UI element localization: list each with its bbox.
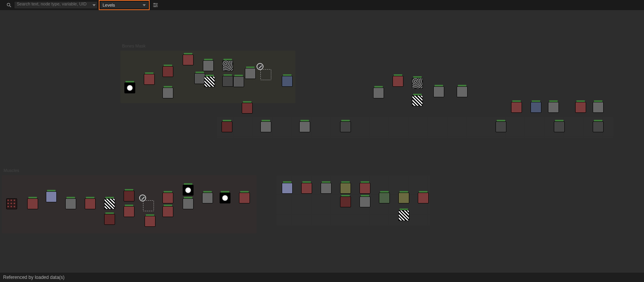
graph-node[interactable] [340,183,351,194]
svg-point-0 [7,3,10,6]
search-placeholder: Search text, node type, variable, UID [17,2,87,6]
graph-node[interactable] [496,121,506,132]
status-bar: Referenced by loaded data(s) [0,273,644,282]
graph-node[interactable] [162,88,173,98]
graph-node[interactable] [162,193,173,203]
graph-node[interactable] [299,121,310,132]
graph-node[interactable] [373,88,384,98]
graph-node[interactable] [511,102,522,113]
graph-node[interactable] [124,191,134,201]
frame-label: Muscles [3,168,19,173]
graph-node[interactable] [233,76,244,87]
graph-node[interactable] [65,198,76,209]
frame-label: Bones Mask [122,44,146,48]
graph-node[interactable] [162,206,173,217]
svg-line-1 [10,6,11,7]
search-input[interactable]: Search text, node type, variable, UID [14,1,98,9]
graph-node[interactable] [183,198,194,209]
dim-overlay [0,0,644,282]
graph-node[interactable] [242,103,253,114]
graph-node[interactable] [260,121,271,132]
graph-node-disabled[interactable] [143,200,154,211]
graph-node[interactable] [593,121,604,132]
graph-node[interactable] [183,54,194,65]
graph-node[interactable] [340,196,351,207]
svg-point-5 [154,3,155,4]
graph-node[interactable] [457,86,468,97]
graph-node[interactable] [104,214,115,225]
graph-node[interactable] [239,193,250,203]
graph-node[interactable] [222,76,233,87]
graph-node[interactable] [554,121,565,132]
graph-node[interactable] [321,183,332,194]
graph-node[interactable] [27,198,38,209]
graph-node[interactable] [531,102,541,113]
graph-toolbar: Search text, node type, variable, UID Le… [0,0,644,10]
graph-node[interactable] [282,76,293,87]
graph-node[interactable] [202,193,213,203]
filter-dropdown[interactable]: Levels [100,1,148,9]
graph-node[interactable] [398,210,409,221]
graph-node[interactable] [183,185,194,196]
graph-node[interactable] [124,82,135,93]
svg-point-6 [156,5,157,6]
graph-node-disabled[interactable] [260,69,271,80]
graph-node[interactable] [46,191,57,202]
graph-node[interactable] [379,193,390,203]
graph-node[interactable] [301,183,312,194]
graph-node[interactable] [360,183,370,194]
graph-node[interactable] [85,198,96,209]
graph-node[interactable] [104,198,115,209]
graph-node[interactable] [124,206,134,217]
filter-label: Levels [103,3,115,7]
graph-node[interactable] [144,74,155,85]
filter-settings-icon[interactable] [152,2,159,8]
graph-node[interactable] [340,121,351,132]
graph-node[interactable] [6,198,17,209]
graph-node[interactable] [222,60,233,71]
graph-node[interactable] [145,216,155,227]
graph-node[interactable] [162,66,173,77]
svg-point-7 [154,6,155,7]
status-text: Referenced by loaded data(s) [3,275,65,280]
graph-node[interactable] [412,78,423,89]
graph-node[interactable] [245,68,256,79]
frame-muscles: Muscles [2,175,257,233]
graph-node[interactable] [194,73,205,84]
graph-node[interactable] [548,102,559,113]
graph-node[interactable] [203,60,214,71]
graph-node[interactable] [418,193,429,203]
graph-node[interactable] [393,76,403,87]
graph-node[interactable] [222,121,232,132]
disabled-badge-icon [257,63,264,70]
graph-node[interactable] [220,193,230,203]
graph-node[interactable] [282,183,293,194]
graph-node[interactable] [412,95,423,106]
graph-node[interactable] [433,86,444,97]
search-icon [6,2,12,8]
graph-node[interactable] [593,102,604,113]
disabled-badge-icon [139,194,146,201]
graph-node[interactable] [360,196,370,207]
graph-node[interactable] [398,193,409,203]
graph-node[interactable] [204,76,215,87]
graph-node[interactable] [575,102,586,113]
